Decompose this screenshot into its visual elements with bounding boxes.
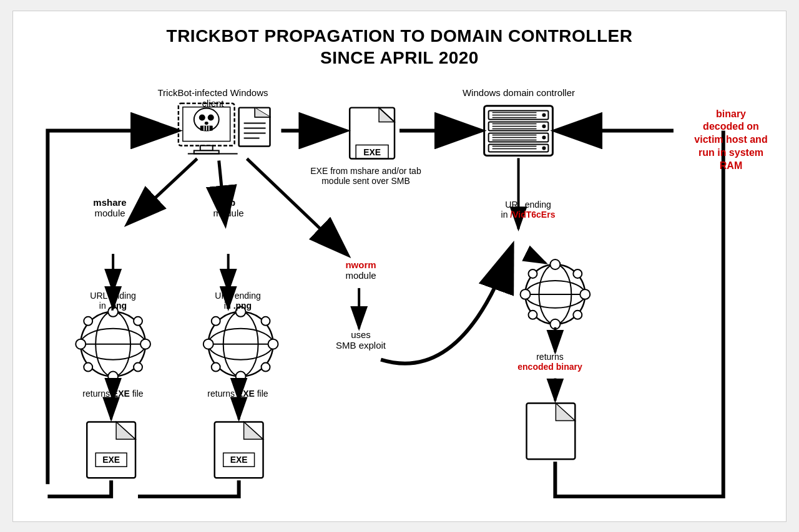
svg-rect-9 bbox=[200, 125, 213, 130]
svg-point-76 bbox=[550, 259, 560, 269]
svg-point-79 bbox=[573, 269, 582, 278]
svg-point-29 bbox=[542, 124, 546, 128]
svg-point-47 bbox=[81, 328, 145, 359]
svg-point-53 bbox=[108, 371, 118, 381]
svg-point-8 bbox=[205, 122, 208, 125]
svg-rect-38 bbox=[489, 144, 549, 152]
svg-point-55 bbox=[134, 316, 142, 325]
svg-point-56 bbox=[84, 362, 92, 371]
svg-rect-85 bbox=[96, 453, 127, 467]
svg-rect-22 bbox=[484, 105, 553, 155]
diagram-container: TRICKBOT PROPAGATION TO DOMAIN CONTROLLE… bbox=[12, 11, 787, 522]
main-title: TRICKBOT PROPAGATION TO DOMAIN CONTROLLE… bbox=[19, 17, 780, 69]
returns-exe-1-label: returns EXE file bbox=[72, 389, 154, 399]
svg-point-46 bbox=[81, 311, 145, 376]
svg-point-5 bbox=[194, 108, 219, 130]
returns-encoded-label: returnsencoded binary bbox=[488, 352, 612, 372]
svg-text:EXE: EXE bbox=[230, 455, 248, 465]
svg-rect-33 bbox=[489, 133, 549, 142]
svg-point-58 bbox=[208, 311, 273, 376]
svg-point-81 bbox=[573, 310, 582, 319]
svg-marker-43 bbox=[379, 107, 395, 122]
svg-point-69 bbox=[262, 362, 270, 371]
svg-point-70 bbox=[526, 264, 586, 324]
svg-point-50 bbox=[76, 339, 86, 349]
svg-rect-14 bbox=[194, 150, 219, 153]
tab-label: tabmodule bbox=[197, 197, 260, 218]
svg-point-24 bbox=[542, 113, 546, 117]
svg-point-61 bbox=[223, 311, 258, 376]
url-png-1-label: URL endingin .png bbox=[72, 291, 154, 311]
uses-smb-label: usesSMB exploit bbox=[320, 329, 401, 351]
svg-marker-87 bbox=[244, 422, 263, 439]
svg-point-74 bbox=[521, 289, 531, 299]
svg-point-63 bbox=[268, 339, 278, 349]
exe-sent-label: EXE from mshare and/or tab module sent o… bbox=[300, 166, 431, 186]
svg-rect-82 bbox=[87, 422, 135, 478]
svg-point-59 bbox=[208, 328, 273, 359]
svg-rect-3 bbox=[179, 103, 235, 145]
svg-point-34 bbox=[542, 135, 546, 139]
svg-rect-23 bbox=[489, 110, 549, 119]
svg-rect-15 bbox=[239, 107, 270, 146]
svg-point-68 bbox=[212, 362, 220, 371]
mshare-label: msharemodule bbox=[72, 197, 147, 218]
svg-rect-4 bbox=[183, 107, 230, 141]
svg-point-78 bbox=[528, 269, 537, 278]
svg-marker-83 bbox=[116, 422, 135, 439]
svg-rect-90 bbox=[527, 403, 576, 459]
url-vid-label: URL endingin /VidT6cErs bbox=[475, 200, 581, 220]
infected-client-label: TrickBot-infected Windows client bbox=[150, 87, 275, 109]
binary-decoded-label: binarydecoded onvictim host andrun in sy… bbox=[681, 108, 781, 173]
svg-marker-91 bbox=[556, 403, 575, 420]
svg-rect-28 bbox=[489, 122, 549, 130]
svg-rect-89 bbox=[223, 453, 255, 467]
svg-point-7 bbox=[208, 114, 214, 120]
domain-controller-label: Windows domain controller bbox=[456, 87, 581, 98]
svg-marker-16 bbox=[255, 107, 271, 117]
svg-point-71 bbox=[526, 280, 586, 307]
svg-point-80 bbox=[528, 310, 537, 319]
svg-point-6 bbox=[199, 114, 205, 120]
svg-rect-45 bbox=[356, 145, 388, 158]
returns-exe-2-label: returns EXE file bbox=[197, 389, 278, 399]
svg-text:EXE: EXE bbox=[363, 147, 381, 157]
svg-point-39 bbox=[542, 146, 546, 150]
nworm-label: nwormmodule bbox=[320, 259, 401, 281]
svg-text:EXE: EXE bbox=[102, 455, 120, 465]
svg-point-49 bbox=[96, 311, 130, 376]
svg-line-108 bbox=[539, 260, 546, 263]
svg-point-51 bbox=[140, 339, 150, 349]
svg-rect-13 bbox=[200, 145, 213, 150]
svg-rect-42 bbox=[350, 107, 395, 158]
svg-point-73 bbox=[539, 264, 571, 324]
svg-point-67 bbox=[262, 316, 270, 325]
svg-rect-86 bbox=[215, 422, 263, 478]
svg-point-77 bbox=[550, 319, 560, 329]
svg-point-57 bbox=[134, 362, 142, 371]
svg-point-75 bbox=[580, 289, 590, 299]
svg-point-54 bbox=[84, 316, 92, 325]
url-png-2-label: URL endingin .png bbox=[197, 291, 278, 311]
svg-point-66 bbox=[212, 316, 220, 325]
svg-point-62 bbox=[203, 339, 213, 349]
svg-point-65 bbox=[236, 371, 246, 381]
